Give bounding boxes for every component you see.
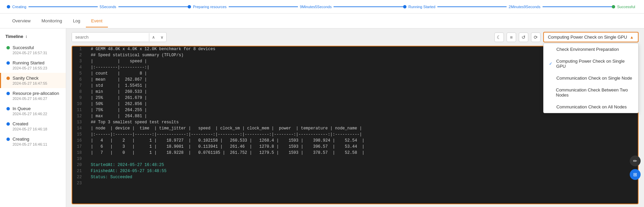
step-label-creating: Creating [10, 5, 29, 9]
step-label-preparing: Preparing resources [191, 5, 229, 9]
timeline-dot-1 [6, 61, 10, 65]
dropdown-option-label-2: Communication Check on Single Node [556, 76, 632, 81]
timeline-item-6[interactable]: Creating2024-05-27 16:46:11 [0, 134, 66, 149]
step-dot-successful [612, 5, 615, 8]
line-number-17: 18 [72, 150, 84, 156]
code-line-12: 13 ## Top 3 smallest speed test results [72, 120, 638, 126]
dropdown-menu: Check Environment Preparation✓Computing … [543, 43, 639, 113]
line-number-3: 4 [72, 65, 84, 71]
floating-actions: ✏ ⊞ [630, 156, 641, 180]
timeline-item-3[interactable]: Resource pre-allocation2024-05-27 16:46:… [0, 88, 66, 103]
line-number-12: 13 [72, 120, 84, 126]
dropdown-selected-label: Computing Power Check on Single GPU [548, 35, 627, 40]
step-duration-3: 2Minutes9Seconds [507, 5, 543, 9]
line-content-14: |:------|:-------|-------:|------------:… [84, 132, 638, 138]
line-content-21: Status: Succeeded [84, 174, 638, 181]
line-content-22 [84, 181, 638, 187]
timeline-dot-2 [6, 77, 10, 80]
timeline-item-time-2: 2024-05-27 16:47:55 [6, 81, 60, 85]
search-nav: ∧ ∨ [149, 33, 166, 41]
timeline-dot-3 [6, 92, 10, 95]
line-number-0: 1 [72, 46, 84, 53]
content-area: ∧ ∨ ☾ ≡ ↺ ⟳ Computing Power Check on Sin… [66, 28, 644, 207]
dropdown-option-1[interactable]: ✓Computing Power Check on Single GPU [544, 55, 638, 72]
sidebar-title: Timeline ↕ [0, 33, 66, 42]
timeline-dot-6 [6, 138, 10, 141]
tab-overview[interactable]: Overview [7, 15, 36, 27]
dropdown-option-3[interactable]: Communication Check Between Two Nodes [544, 84, 638, 101]
code-line-17: 18 | 7 | 0 | 1 | 18.9228 | 0.0761185 | 2… [72, 150, 638, 156]
line-content-19: StartedAt: 2024-05-27 16:48:25 [84, 162, 638, 168]
refresh-button[interactable]: ↺ [519, 33, 528, 42]
step-line-4 [334, 6, 403, 7]
dropdown-wrap: Computing Power Check on Single GPU ▲ Ch… [543, 32, 639, 42]
code-line-21: 22 Status: Succeeded [72, 174, 638, 181]
timeline-item-5[interactable]: Created2024-05-27 16:46:18 [0, 119, 66, 134]
line-content-13: | node | device | time | time_jitter | s… [84, 126, 638, 132]
dropdown-option-0[interactable]: Check Environment Preparation [544, 43, 638, 55]
dropdown-option-2[interactable]: Communication Check on Single Node [544, 72, 638, 84]
timeline-item-time-3: 2024-05-27 16:46:27 [6, 97, 60, 101]
code-line-22: 23 [72, 181, 638, 187]
code-line-18: 19 [72, 156, 638, 162]
edit-icon-button[interactable]: ✏ [630, 156, 641, 166]
search-input[interactable] [72, 33, 149, 42]
timeline-dot-5 [6, 122, 10, 126]
timeline-item-name-5: Created [13, 121, 28, 126]
wrap-toggle-button[interactable]: ≡ [507, 33, 516, 42]
line-number-5: 6 [72, 77, 84, 83]
theme-toggle-button[interactable]: ☾ [494, 33, 504, 42]
step-dot-creating [7, 5, 10, 8]
step-duration-1: 5Seconds [98, 5, 118, 9]
code-line-16: 17 | 6 | 3 | 1 | 18.9001 | 0.113941 | 26… [72, 144, 638, 150]
check-icon-1: ✓ [549, 61, 554, 66]
dropdown-option-label-1: Computing Power Check on Single GPU [556, 59, 633, 69]
dropdown-button[interactable]: Computing Power Check on Single GPU ▲ [543, 32, 639, 42]
line-number-10: 11 [72, 107, 84, 113]
timeline-item-0[interactable]: Successful2024-05-27 16:57:31 [0, 42, 66, 58]
line-number-2: 3 [72, 59, 84, 65]
dropdown-option-label-4: Communication Check on All Nodes [556, 104, 627, 109]
timeline-label: Timeline [5, 34, 23, 39]
timeline-dot-4 [6, 107, 10, 110]
step-duration-2: 9Minutes5Seconds [298, 5, 334, 9]
line-number-4: 5 [72, 71, 84, 77]
line-number-21: 22 [72, 174, 84, 181]
code-line-14: 15 |:------|:-------|-------:|----------… [72, 132, 638, 138]
reload-button[interactable]: ⟳ [531, 33, 541, 42]
line-content-17: | 7 | 0 | 1 | 18.9228 | 0.0761185 | 261.… [84, 150, 638, 156]
step-line-5 [437, 6, 507, 7]
timeline-item-time-1: 2024-05-27 16:55:23 [6, 66, 60, 70]
line-number-19: 20 [72, 162, 84, 168]
line-number-16: 17 [72, 144, 84, 150]
timeline-item-time-4: 2024-05-27 16:46:22 [6, 112, 60, 116]
timeline-item-name-6: Creating [13, 137, 29, 142]
timeline-item-name-4: In Queue [13, 106, 31, 111]
step-line-1 [29, 6, 98, 7]
line-content-18 [84, 156, 638, 162]
timeline-item-2[interactable]: Sanity Check2024-05-27 16:47:55 [0, 73, 66, 88]
timeline-item-name-3: Resource pre-allocation [13, 91, 59, 96]
code-line-15: 16 | 4 | 2 | 1 | 18.9727 | 0.102158 | 26… [72, 138, 638, 144]
step-label-successful: Successful [615, 5, 637, 9]
timeline-item-4[interactable]: In Queue2024-05-27 16:46:22 [0, 103, 66, 119]
line-number-7: 8 [72, 89, 84, 95]
search-prev-button[interactable]: ∧ [149, 33, 158, 41]
timeline-item-1[interactable]: Running Started2024-05-27 16:55:23 [0, 58, 66, 73]
step-dot-running [403, 5, 406, 8]
step-line-3 [229, 6, 298, 7]
line-content-20: FinishedAt: 2024-05-27 16:48:55 [84, 168, 638, 174]
timeline-item-time-6: 2024-05-27 16:46:11 [6, 142, 60, 146]
tab-monitoring[interactable]: Monitoring [36, 15, 68, 27]
code-line-19: 20 StartedAt: 2024-05-27 16:48:25 [72, 162, 638, 168]
line-content-12: ## Top 3 smallest speed test results [84, 120, 638, 126]
search-next-button[interactable]: ∨ [158, 33, 166, 41]
dropdown-option-4[interactable]: Communication Check on All Nodes [544, 101, 638, 113]
timeline-item-time-5: 2024-05-27 16:46:18 [6, 127, 60, 131]
line-number-11: 12 [72, 113, 84, 120]
grid-icon-button[interactable]: ⊞ [630, 169, 641, 180]
tab-event[interactable]: Event [86, 15, 108, 27]
dropdown-option-label-3: Communication Check Between Two Nodes [556, 87, 633, 98]
timeline-list: Successful2024-05-27 16:57:31Running Sta… [0, 42, 66, 149]
tab-log[interactable]: Log [68, 15, 86, 27]
